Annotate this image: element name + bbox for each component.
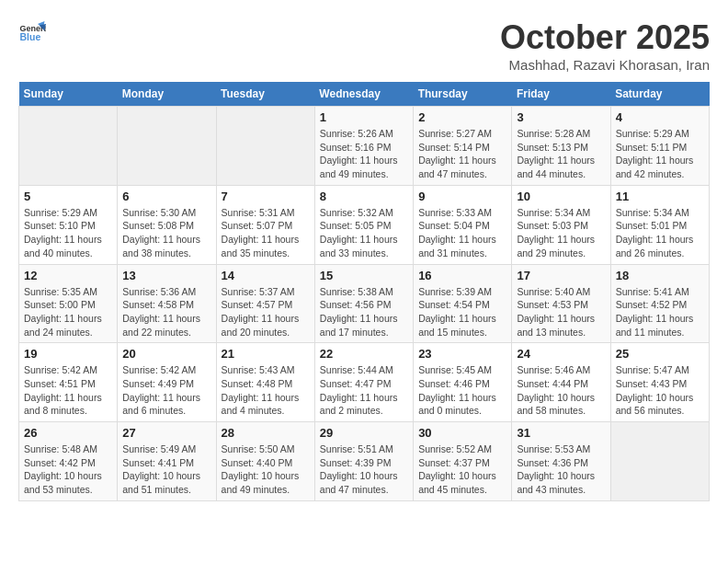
table-row: 4Sunrise: 5:29 AM Sunset: 5:11 PM Daylig… (610, 107, 709, 186)
day-info: Sunrise: 5:37 AM Sunset: 4:57 PM Dayligh… (222, 285, 310, 339)
day-info: Sunrise: 5:48 AM Sunset: 4:42 PM Dayligh… (24, 442, 112, 497)
table-row: 8Sunrise: 5:32 AM Sunset: 5:05 PM Daylig… (314, 185, 413, 264)
header-monday: Monday (118, 82, 216, 107)
day-number: 8 (320, 190, 408, 203)
day-number: 25 (616, 347, 704, 361)
day-info: Sunrise: 5:49 AM Sunset: 4:41 PM Dayligh… (122, 442, 210, 497)
day-info: Sunrise: 5:27 AM Sunset: 5:14 PM Dayligh… (418, 127, 506, 181)
day-info: Sunrise: 5:32 AM Sunset: 5:05 PM Dayligh… (320, 206, 408, 260)
table-row: 12Sunrise: 5:35 AM Sunset: 5:00 PM Dayli… (19, 264, 118, 343)
day-info: Sunrise: 5:52 AM Sunset: 4:37 PM Dayligh… (418, 442, 506, 497)
table-row (118, 107, 216, 186)
day-number: 28 (222, 426, 310, 440)
page-header: General Blue October 2025 Mashhad, Razav… (18, 18, 710, 73)
day-info: Sunrise: 5:40 AM Sunset: 4:53 PM Dayligh… (517, 285, 605, 339)
logo: General Blue (18, 18, 46, 46)
table-row: 7Sunrise: 5:31 AM Sunset: 5:07 PM Daylig… (216, 185, 314, 264)
day-number: 26 (24, 426, 112, 440)
day-number: 3 (517, 110, 605, 124)
day-info: Sunrise: 5:35 AM Sunset: 5:00 PM Dayligh… (24, 285, 112, 339)
day-number: 22 (320, 347, 408, 361)
table-row: 19Sunrise: 5:42 AM Sunset: 4:51 PM Dayli… (19, 343, 118, 422)
calendar-week-row: 19Sunrise: 5:42 AM Sunset: 4:51 PM Dayli… (19, 343, 710, 422)
day-info: Sunrise: 5:46 AM Sunset: 4:44 PM Dayligh… (517, 363, 605, 418)
calendar-table: Sunday Monday Tuesday Wednesday Thursday… (18, 82, 710, 501)
table-row: 24Sunrise: 5:46 AM Sunset: 4:44 PM Dayli… (512, 343, 610, 422)
day-number: 11 (616, 190, 704, 203)
day-info: Sunrise: 5:47 AM Sunset: 4:43 PM Dayligh… (616, 363, 704, 418)
table-row: 31Sunrise: 5:53 AM Sunset: 4:36 PM Dayli… (512, 422, 610, 501)
day-info: Sunrise: 5:53 AM Sunset: 4:36 PM Dayligh… (517, 442, 605, 497)
day-number: 24 (517, 347, 605, 361)
table-row: 16Sunrise: 5:39 AM Sunset: 4:54 PM Dayli… (414, 264, 512, 343)
day-number: 14 (222, 269, 310, 282)
day-info: Sunrise: 5:34 AM Sunset: 5:01 PM Dayligh… (616, 206, 704, 260)
table-row: 22Sunrise: 5:44 AM Sunset: 4:47 PM Dayli… (314, 343, 413, 422)
header-tuesday: Tuesday (216, 82, 314, 107)
table-row: 20Sunrise: 5:42 AM Sunset: 4:49 PM Dayli… (118, 343, 216, 422)
day-info: Sunrise: 5:41 AM Sunset: 4:52 PM Dayligh… (616, 285, 704, 339)
day-info: Sunrise: 5:31 AM Sunset: 5:07 PM Dayligh… (222, 206, 310, 260)
table-row: 10Sunrise: 5:34 AM Sunset: 5:03 PM Dayli… (512, 185, 610, 264)
day-number: 6 (122, 190, 210, 203)
day-number: 17 (517, 269, 605, 282)
weekday-header-row: Sunday Monday Tuesday Wednesday Thursday… (19, 82, 710, 107)
table-row: 11Sunrise: 5:34 AM Sunset: 5:01 PM Dayli… (610, 185, 709, 264)
calendar-week-row: 1Sunrise: 5:26 AM Sunset: 5:16 PM Daylig… (19, 107, 710, 186)
table-row: 29Sunrise: 5:51 AM Sunset: 4:39 PM Dayli… (314, 422, 413, 501)
header-saturday: Saturday (610, 82, 709, 107)
table-row: 18Sunrise: 5:41 AM Sunset: 4:52 PM Dayli… (610, 264, 709, 343)
day-info: Sunrise: 5:51 AM Sunset: 4:39 PM Dayligh… (320, 442, 408, 497)
table-row: 30Sunrise: 5:52 AM Sunset: 4:37 PM Dayli… (414, 422, 512, 501)
day-info: Sunrise: 5:26 AM Sunset: 5:16 PM Dayligh… (320, 127, 408, 181)
day-number: 5 (24, 190, 112, 203)
day-number: 27 (122, 426, 210, 440)
table-row: 27Sunrise: 5:49 AM Sunset: 4:41 PM Dayli… (118, 422, 216, 501)
day-number: 1 (320, 110, 408, 124)
calendar-title: October 2025 (500, 18, 710, 57)
table-row: 14Sunrise: 5:37 AM Sunset: 4:57 PM Dayli… (216, 264, 314, 343)
table-row: 5Sunrise: 5:29 AM Sunset: 5:10 PM Daylig… (19, 185, 118, 264)
day-number: 29 (320, 426, 408, 440)
day-info: Sunrise: 5:42 AM Sunset: 4:49 PM Dayligh… (122, 363, 210, 418)
day-number: 31 (517, 426, 605, 440)
table-row (610, 422, 709, 501)
day-info: Sunrise: 5:28 AM Sunset: 5:13 PM Dayligh… (517, 127, 605, 181)
day-info: Sunrise: 5:33 AM Sunset: 5:04 PM Dayligh… (418, 206, 506, 260)
day-number: 9 (418, 190, 506, 203)
table-row (19, 107, 118, 186)
calendar-subtitle: Mashhad, Razavi Khorasan, Iran (500, 57, 710, 73)
day-info: Sunrise: 5:42 AM Sunset: 4:51 PM Dayligh… (24, 363, 112, 418)
day-info: Sunrise: 5:29 AM Sunset: 5:10 PM Dayligh… (24, 206, 112, 260)
calendar-week-row: 12Sunrise: 5:35 AM Sunset: 5:00 PM Dayli… (19, 264, 710, 343)
day-number: 15 (320, 269, 408, 282)
table-row: 9Sunrise: 5:33 AM Sunset: 5:04 PM Daylig… (414, 185, 512, 264)
table-row: 3Sunrise: 5:28 AM Sunset: 5:13 PM Daylig… (512, 107, 610, 186)
day-number: 4 (616, 110, 704, 124)
day-number: 16 (418, 269, 506, 282)
day-info: Sunrise: 5:45 AM Sunset: 4:46 PM Dayligh… (418, 363, 506, 418)
day-number: 19 (24, 347, 112, 361)
day-number: 21 (222, 347, 310, 361)
day-number: 10 (517, 190, 605, 203)
table-row: 15Sunrise: 5:38 AM Sunset: 4:56 PM Dayli… (314, 264, 413, 343)
table-row: 23Sunrise: 5:45 AM Sunset: 4:46 PM Dayli… (414, 343, 512, 422)
table-row: 6Sunrise: 5:30 AM Sunset: 5:08 PM Daylig… (118, 185, 216, 264)
day-number: 7 (222, 190, 310, 203)
logo-icon: General Blue (18, 18, 46, 46)
day-info: Sunrise: 5:43 AM Sunset: 4:48 PM Dayligh… (222, 363, 310, 418)
day-number: 23 (418, 347, 506, 361)
day-number: 20 (122, 347, 210, 361)
table-row: 1Sunrise: 5:26 AM Sunset: 5:16 PM Daylig… (314, 107, 413, 186)
table-row: 13Sunrise: 5:36 AM Sunset: 4:58 PM Dayli… (118, 264, 216, 343)
table-row: 17Sunrise: 5:40 AM Sunset: 4:53 PM Dayli… (512, 264, 610, 343)
calendar-week-row: 26Sunrise: 5:48 AM Sunset: 4:42 PM Dayli… (19, 422, 710, 501)
header-friday: Friday (512, 82, 610, 107)
day-number: 30 (418, 426, 506, 440)
day-info: Sunrise: 5:39 AM Sunset: 4:54 PM Dayligh… (418, 285, 506, 339)
day-info: Sunrise: 5:36 AM Sunset: 4:58 PM Dayligh… (122, 285, 210, 339)
header-sunday: Sunday (19, 82, 118, 107)
table-row (216, 107, 314, 186)
day-info: Sunrise: 5:50 AM Sunset: 4:40 PM Dayligh… (222, 442, 310, 497)
table-row: 21Sunrise: 5:43 AM Sunset: 4:48 PM Dayli… (216, 343, 314, 422)
